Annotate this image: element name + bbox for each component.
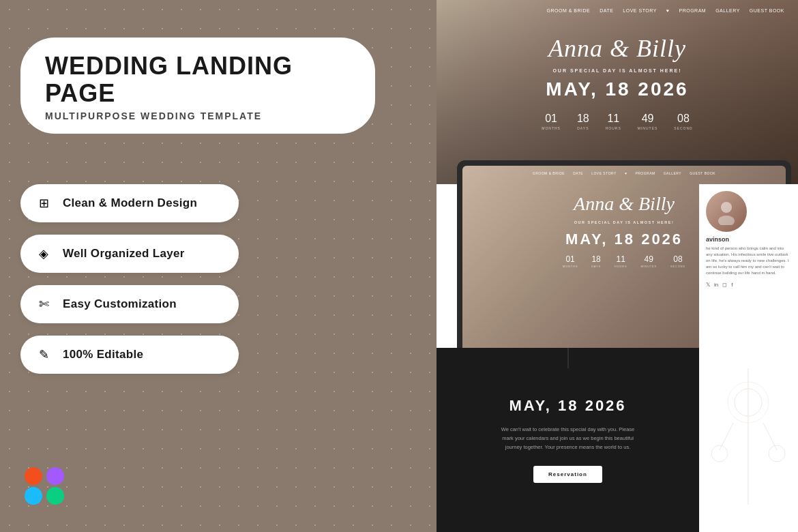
stem-decoration <box>567 348 568 368</box>
feature-text-clean-design: Clean & Modern Design <box>63 196 197 210</box>
laptop-nav-groom: GROOM & BRIDE <box>533 171 565 175</box>
figma-circle-red <box>25 467 42 485</box>
laptop-countdown-minutes: 49 MINUTES <box>640 254 657 268</box>
laptop-count-seconds-num: 08 <box>670 254 685 264</box>
page-title: WEDDING LANDING PAGE <box>45 53 351 106</box>
countdown-months-label: MONTHS <box>542 126 561 130</box>
laptop-nav-love: LOVE STORY <box>591 171 617 175</box>
countdown-minutes: 49 MINUTES <box>638 113 658 130</box>
floral-decoration <box>699 368 798 505</box>
feature-text-easy-custom: Easy Customization <box>63 297 177 311</box>
feature-item-clean-design: ⊞ Clean & Modern Design <box>20 184 239 222</box>
groom-name: avinson <box>706 236 791 243</box>
twitter-icon: 𝕏 <box>706 282 710 288</box>
laptop-nav-program: PROGRAM <box>635 171 655 175</box>
countdown-seconds-label: SECOND <box>674 126 692 130</box>
avatar-icon <box>713 198 740 225</box>
nav-guest-book: GUEST BOOK <box>750 8 784 13</box>
feature-item-organized-layer: ◈ Well Organized Layer <box>20 235 239 273</box>
preview-countdown: 01 MONTHS 18 DAYS 11 HOURS 49 MINUTES 08… <box>437 113 798 130</box>
laptop-countdown-months: 01 MONTHS <box>563 254 578 268</box>
nav-heart: ♥ <box>666 8 670 13</box>
countdown-hours: 11 HOURS <box>606 113 621 130</box>
editable-icon: ✎ <box>34 345 53 364</box>
laptop-count-months-label: MONTHS <box>563 265 578 268</box>
reservation-button[interactable]: Reservation <box>533 466 602 483</box>
countdown-days: 18 DAYS <box>577 113 589 130</box>
right-panel: GROOM & BRIDE DATE LOVE STORY ♥ PROGRAM … <box>437 0 798 532</box>
countdown-hours-num: 11 <box>606 113 621 125</box>
laptop-count-hours-label: HOURS <box>615 265 627 268</box>
nav-date: DATE <box>600 8 613 13</box>
figma-circles <box>25 467 65 505</box>
laptop-nav-heart: ♥ <box>625 171 627 175</box>
title-box: WEDDING LANDING PAGE MULTIPURPOSE WEDDIN… <box>20 38 375 134</box>
clean-design-icon: ⊞ <box>34 194 53 213</box>
groom-sidebar: avinson he kind of person who brings cal… <box>699 184 798 532</box>
preview-date-big: MAY, 18 2026 <box>437 78 798 100</box>
laptop-nav-gallery: GALLERY <box>664 171 681 175</box>
countdown-days-label: DAYS <box>577 126 589 130</box>
countdown-seconds-num: 08 <box>674 113 692 125</box>
laptop-nav-guest: GUEST BOOK <box>690 171 715 175</box>
figma-circle-purple <box>46 467 64 485</box>
figma-circle-blue <box>25 487 42 505</box>
laptop-count-hours-num: 11 <box>615 254 627 264</box>
figma-logo <box>25 467 65 505</box>
organized-layer-icon: ◈ <box>34 244 53 263</box>
countdown-months-num: 01 <box>542 113 561 125</box>
feature-item-editable: ✎ 100% Editable <box>20 336 239 374</box>
svg-point-1 <box>718 216 735 225</box>
countdown-minutes-num: 49 <box>638 113 658 125</box>
svg-point-0 <box>721 202 732 213</box>
figma-circle-green <box>46 487 64 505</box>
laptop-countdown-days: 18 DAYS <box>591 254 601 268</box>
nav-program: PROGRAM <box>679 8 706 13</box>
nav-groom-bride: GROOM & BRIDE <box>547 8 591 13</box>
svg-point-8 <box>769 445 785 462</box>
countdown-days-num: 18 <box>577 113 589 125</box>
features-list: ⊞ Clean & Modern Design ◈ Well Organized… <box>20 184 239 374</box>
countdown-hours-label: HOURS <box>606 126 621 130</box>
facebook-icon: f <box>731 282 733 288</box>
laptop-countdown-seconds: 08 SECOND <box>670 254 685 268</box>
linkedin-icon: in <box>714 282 718 288</box>
bottom-date: MAY, 18 2026 <box>509 397 626 415</box>
laptop-countdown-hours: 11 HOURS <box>615 254 627 268</box>
laptop-nav: GROOM & BRIDE DATE LOVE STORY ♥ PROGRAM … <box>462 171 786 175</box>
laptop-count-months-num: 01 <box>563 254 578 264</box>
laptop-count-minutes-num: 49 <box>640 254 657 264</box>
laptop-count-seconds-label: SECOND <box>670 265 685 268</box>
preview-special-day: OUR SPECIAL DAY IS ALMOST HERE! <box>437 68 798 73</box>
svg-point-7 <box>711 445 728 462</box>
groom-card: avinson he kind of person who brings cal… <box>699 184 798 295</box>
groom-avatar <box>706 191 747 232</box>
easy-custom-icon: ✄ <box>34 295 53 314</box>
preview-top-screenshot: GROOM & BRIDE DATE LOVE STORY ♥ PROGRAM … <box>437 0 798 184</box>
feature-text-editable: 100% Editable <box>63 348 143 361</box>
nav-gallery: GALLERY <box>715 8 740 13</box>
countdown-seconds: 08 SECOND <box>674 113 692 130</box>
laptop-count-days-num: 18 <box>591 254 601 264</box>
left-panel: WEDDING LANDING PAGE MULTIPURPOSE WEDDIN… <box>0 0 437 532</box>
feature-item-easy-custom: ✄ Easy Customization <box>20 285 239 323</box>
countdown-minutes-label: MINUTES <box>638 126 658 130</box>
bottom-description: We can't wait to celebrate this special … <box>500 426 636 452</box>
laptop-count-minutes-label: MINUTES <box>640 265 657 268</box>
laptop-nav-date: DATE <box>573 171 583 175</box>
countdown-months: 01 MONTHS <box>542 113 561 130</box>
preview-couple-name: Anna & Billy <box>437 34 798 63</box>
groom-social-icons: 𝕏 in ◻ f <box>706 282 791 288</box>
bottom-dark-section: MAY, 18 2026 We can't wait to celebrate … <box>437 348 699 532</box>
page-subtitle: MULTIPURPOSE WEDDING TEMPLATE <box>45 110 351 121</box>
groom-description: he kind of person who brings calm and in… <box>706 246 791 276</box>
feature-text-organized-layer: Well Organized Layer <box>63 247 185 261</box>
instagram-icon: ◻ <box>722 282 727 288</box>
laptop-count-days-label: DAYS <box>591 265 601 268</box>
svg-line-5 <box>720 423 733 450</box>
svg-line-6 <box>763 423 777 450</box>
preview-nav: GROOM & BRIDE DATE LOVE STORY ♥ PROGRAM … <box>437 8 798 13</box>
nav-love-story: LOVE STORY <box>623 8 656 13</box>
